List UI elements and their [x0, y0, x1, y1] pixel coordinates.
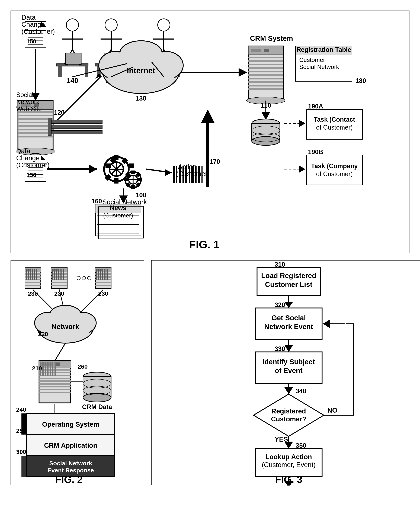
- svg-point-242: [83, 393, 111, 402]
- svg-rect-50: [248, 81, 283, 83]
- label-140a: 140: [67, 77, 78, 84]
- svg-rect-117: [138, 178, 142, 181]
- main-server: [39, 361, 71, 403]
- gear-icon: [98, 151, 146, 192]
- registered-customer-label: Registered: [271, 408, 306, 415]
- label-150b: 150: [26, 172, 36, 178]
- lookup-action-label: Lookup Action: [266, 453, 312, 461]
- load-registered-label: Load Registered: [261, 272, 316, 280]
- svg-rect-175: [28, 269, 29, 280]
- svg-rect-161: [306, 155, 362, 185]
- svg-rect-178: [34, 269, 35, 280]
- label-230c: 230: [98, 290, 108, 297]
- news-customer-label: (Customer): [103, 212, 133, 219]
- load-registered-label2: Customer List: [265, 280, 312, 288]
- label-130: 130: [136, 95, 146, 102]
- action-label: Action: [178, 163, 196, 171]
- label-100: 100: [136, 191, 146, 199]
- svg-rect-193: [63, 269, 64, 280]
- data-change-label-2c: (Customer): [16, 161, 50, 169]
- task-company-label: Task (Company: [311, 162, 358, 170]
- yes-label: YES: [275, 436, 288, 443]
- network-label: Network: [51, 323, 79, 330]
- bottom-row: 230 230: [11, 260, 409, 485]
- label-350: 350: [296, 442, 306, 449]
- svg-rect-124: [50, 120, 102, 123]
- svg-rect-234: [42, 362, 44, 376]
- svg-rect-202: [96, 269, 97, 280]
- svg-line-210: [78, 290, 103, 315]
- crm-server: [246, 46, 285, 104]
- svg-point-218: [50, 308, 80, 325]
- svg-rect-45: [248, 64, 283, 65]
- svg-rect-75: [18, 136, 53, 137]
- svg-rect-189: [54, 269, 55, 280]
- svg-rect-43: [248, 57, 283, 58]
- svg-point-20: [158, 19, 170, 31]
- label-190b: 190B: [308, 148, 323, 156]
- database-icon: [252, 119, 280, 145]
- fig1-container: 140 140 ○○○: [11, 11, 409, 253]
- svg-point-0: [66, 19, 79, 31]
- crm-system-label: CRM System: [250, 34, 293, 42]
- svg-rect-179: [36, 269, 37, 280]
- lookup-action-label2: (Customer, Event): [262, 461, 315, 469]
- svg-rect-249: [21, 456, 27, 477]
- svg-marker-259: [284, 345, 293, 352]
- svg-rect-126: [50, 131, 102, 134]
- label-320: 320: [275, 301, 285, 309]
- svg-rect-190: [56, 269, 57, 280]
- svg-rect-103: [129, 163, 134, 168]
- svg-rect-177: [32, 269, 33, 280]
- label-250: 250: [16, 427, 26, 434]
- social-network-web-label: Social: [16, 91, 33, 98]
- svg-rect-46: [248, 67, 283, 69]
- svg-marker-254: [284, 302, 293, 308]
- label-150a: 150: [26, 38, 36, 45]
- customer-social-label2: Social Network: [299, 63, 339, 70]
- task-contact-label2: of Customer): [316, 124, 353, 131]
- operating-system-label: Operating System: [42, 421, 99, 428]
- registration-table-label: Registration Table: [296, 46, 351, 53]
- svg-rect-41: [251, 49, 261, 52]
- svg-rect-206: [105, 269, 105, 280]
- dots-2: ○○○: [76, 273, 92, 283]
- svg-rect-238: [52, 362, 53, 376]
- svg-rect-230: [39, 386, 71, 387]
- data-change-label-2: Data: [16, 147, 30, 155]
- label-220: 220: [38, 331, 48, 337]
- label-300: 300: [16, 448, 26, 455]
- label-190a: 190A: [308, 103, 323, 110]
- label-170: 170: [210, 158, 220, 165]
- svg-rect-186: [51, 282, 67, 283]
- social-network-event-response-label: Social Network: [49, 460, 92, 467]
- identify-subject-label2: of Event: [275, 367, 302, 374]
- label-240: 240: [16, 406, 26, 413]
- svg-rect-51: [248, 85, 283, 87]
- svg-rect-239: [55, 362, 56, 376]
- svg-marker-85: [239, 68, 247, 77]
- svg-rect-114: [131, 171, 135, 174]
- news-label: News: [110, 204, 126, 211]
- task-company-label2: of Customer): [316, 170, 353, 177]
- svg-point-157: [252, 137, 280, 145]
- svg-rect-205: [102, 269, 103, 280]
- label-160: 160: [91, 198, 102, 205]
- svg-marker-263: [254, 394, 324, 436]
- action-customer-label: (Customer): [176, 170, 210, 177]
- data-change-label-2b: Change: [16, 154, 40, 162]
- data-change-label-1b: Change: [21, 21, 45, 28]
- svg-rect-47: [248, 71, 283, 73]
- svg-rect-9: [68, 64, 79, 66]
- data-change-label-1: Data: [21, 14, 36, 21]
- user-icon-1: [57, 19, 88, 77]
- label-230a: 230: [28, 290, 38, 297]
- page: 140 140 ○○○: [0, 0, 420, 530]
- label-330: 330: [275, 345, 285, 353]
- svg-rect-237: [50, 362, 51, 376]
- crm-application-label: CRM Application: [44, 442, 97, 449]
- server-icon-2: [51, 267, 67, 289]
- svg-line-219: [55, 343, 65, 361]
- svg-rect-203: [98, 269, 99, 280]
- svg-rect-125: [50, 125, 102, 129]
